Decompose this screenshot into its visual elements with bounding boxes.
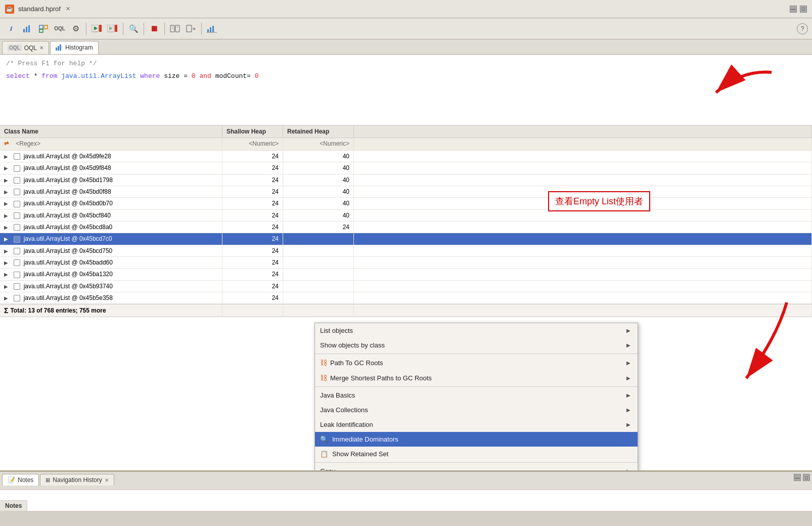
table-row[interactable]: ▶ java.util.ArrayList @ 0x45b93740 24 — [0, 281, 812, 292]
col-retained-heap: Retained Heap — [283, 125, 354, 138]
expand-icon[interactable]: ▶ — [4, 272, 10, 278]
expand-icon[interactable]: ▶ — [4, 201, 10, 207]
file-icon — [14, 295, 20, 301]
context-menu-show-objects[interactable]: Show objects by class ▶ — [315, 338, 638, 353]
tab-histogram-label: Histogram — [65, 44, 93, 51]
table-row[interactable]: ▶ java.util.ArrayList @ 0x45d9fe28 24 40 — [0, 151, 812, 162]
table-row[interactable]: ▶ java.util.ArrayList @ 0x45bd0f88 24 40 — [0, 186, 812, 198]
svg-rect-22 — [212, 26, 214, 32]
search-button[interactable]: 🔍 — [126, 22, 141, 36]
table-row[interactable]: ▶ java.util.ArrayList @ 0x45bcd8a0 24 24 — [0, 222, 812, 233]
file-icon — [14, 212, 20, 219]
table-row[interactable]: ▶ java.util.ArrayList @ 0x45bd1798 24 40 — [0, 174, 812, 186]
expand-icon[interactable]: ▶ — [4, 260, 10, 266]
svg-rect-0 — [23, 29, 25, 32]
class-browser-button[interactable] — [36, 22, 51, 36]
table-row-selected[interactable]: ▶ java.util.ArrayList @ 0x45bcd7c0 24 — [0, 233, 812, 245]
tab-oql-close[interactable]: ✕ — [39, 45, 43, 51]
editor-area[interactable]: /* Press F1 for help */ select * from ja… — [0, 55, 812, 125]
retained-set-icon: 📋 — [320, 450, 328, 458]
expand-icon[interactable]: ▶ — [4, 236, 10, 242]
col-class-name: Class Name — [0, 125, 222, 138]
context-menu-java-basics[interactable]: Java Basics ▶ — [315, 388, 638, 403]
svg-rect-17 — [187, 25, 192, 32]
svg-rect-3 — [39, 25, 43, 29]
expand-icon[interactable]: ▶ — [4, 213, 10, 219]
nav-history-close[interactable]: ✕ — [105, 477, 109, 483]
file-icon — [14, 165, 20, 172]
info-button[interactable]: i — [4, 22, 18, 36]
table-row[interactable]: ▶ java.util.ArrayList @ 0x45bcf840 24 40 — [0, 210, 812, 222]
svg-rect-21 — [210, 27, 211, 32]
table-row[interactable]: ▶ java.util.ArrayList @ 0x45bcd750 24 — [0, 245, 812, 257]
expand-icon[interactable]: ▶ — [4, 295, 10, 301]
context-menu-list-objects[interactable]: List objects ▶ — [315, 323, 638, 338]
tab-oql[interactable]: OQL OQL ✕ — [2, 41, 49, 54]
debug-button[interactable] — [106, 22, 120, 36]
svg-rect-15 — [175, 25, 179, 32]
context-menu-sep-2 — [315, 386, 638, 387]
filter-extra — [354, 138, 812, 150]
submenu-arrow: ▶ — [626, 407, 630, 413]
file-icon — [14, 189, 20, 195]
context-menu-java-collections[interactable]: Java Collections ▶ — [315, 403, 638, 417]
path-gc-icon: ⛓ — [320, 359, 327, 367]
toolbar-sep-1 — [86, 23, 86, 35]
submenu-arrow: ▶ — [626, 360, 630, 366]
help-button[interactable]: ? — [797, 23, 808, 34]
export-button[interactable] — [184, 22, 198, 36]
table-row[interactable]: ▶ java.util.ArrayList @ 0x45ba1320 24 — [0, 269, 812, 280]
tab-close-title[interactable]: ✕ — [66, 6, 70, 12]
context-menu-immediate-dom[interactable]: 🔍 Immediate Dominators — [315, 432, 638, 447]
file-icon — [14, 272, 20, 278]
expand-icon[interactable]: ▶ — [4, 189, 10, 195]
bottom-maximize-btn[interactable]: □ — [803, 474, 810, 481]
file-icon — [14, 224, 20, 231]
bottom-minimize-btn[interactable]: — — [794, 474, 801, 481]
notes-icon: 📝 — [8, 476, 15, 484]
toolbar-sep-3 — [144, 23, 144, 35]
context-menu-leak-id[interactable]: Leak Identification ▶ — [315, 417, 638, 432]
tab-histogram[interactable]: Histogram — [50, 41, 99, 54]
file-icon — [14, 177, 20, 184]
run-button[interactable] — [89, 22, 104, 36]
filter-shallow[interactable]: <Numeric> — [222, 138, 283, 150]
table-row[interactable]: ▶ java.util.ArrayList @ 0x45b5e358 24 — [0, 292, 812, 304]
compare-button[interactable] — [168, 22, 182, 36]
context-menu-sep-1 — [315, 354, 638, 354]
file-icon — [14, 248, 20, 254]
filter-class[interactable]: ⇌ <Regex> — [0, 138, 222, 150]
expand-icon[interactable]: ▶ — [4, 154, 10, 160]
expand-icon[interactable]: ▶ — [4, 284, 10, 290]
context-menu-path-gc[interactable]: ⛓ Path To GC Roots ▶ — [315, 355, 638, 370]
minimize-button[interactable]: — — [790, 6, 797, 13]
immediate-dom-icon: 🔍 — [320, 435, 328, 443]
table-row[interactable]: ▶ java.util.ArrayList @ 0x45d9f848 24 40 — [0, 162, 812, 174]
toolbar-sep-5 — [201, 23, 202, 35]
table-row[interactable]: ▶ java.util.ArrayList @ 0x45badd60 24 — [0, 257, 812, 269]
submenu-arrow: ▶ — [626, 342, 630, 348]
histogram-button[interactable] — [20, 22, 34, 36]
oql-button[interactable]: OQL — [53, 22, 67, 36]
settings-button[interactable]: ⚙ — [69, 22, 83, 36]
expand-icon[interactable]: ▶ — [4, 248, 10, 254]
chart-button[interactable] — [205, 22, 219, 36]
filename-label: standard.hprof — [18, 5, 61, 13]
window-controls: — □ — [790, 6, 807, 13]
maximize-button[interactable]: □ — [800, 6, 807, 13]
merge-icon: ⛓ — [320, 374, 327, 382]
tab-nav-history[interactable]: ⊞ Navigation History ✕ — [40, 474, 114, 486]
submenu-arrow: ▶ — [626, 468, 630, 470]
expand-icon[interactable]: ▶ — [4, 225, 10, 231]
table-row[interactable]: ▶ java.util.ArrayList @ 0x45bd0b70 24 40 — [0, 198, 812, 209]
total-row: Σ Total: 13 of 768 entries; 755 more — [0, 304, 812, 317]
filter-row: ⇌ <Regex> <Numeric> <Numeric> — [0, 138, 812, 151]
context-menu-merge-paths[interactable]: ⛓ Merge Shortest Paths to GC Roots ▶ — [315, 370, 638, 385]
expand-icon[interactable]: ▶ — [4, 165, 10, 171]
context-menu-show-retained[interactable]: 📋 Show Retained Set — [315, 447, 638, 461]
filter-retained[interactable]: <Numeric> — [283, 138, 354, 150]
tab-notes[interactable]: 📝 Notes — [2, 474, 39, 486]
context-menu-copy[interactable]: Copy ▶ — [315, 464, 638, 470]
expand-icon[interactable]: ▶ — [4, 178, 10, 184]
stop-button[interactable]: ⏹ — [147, 22, 161, 36]
